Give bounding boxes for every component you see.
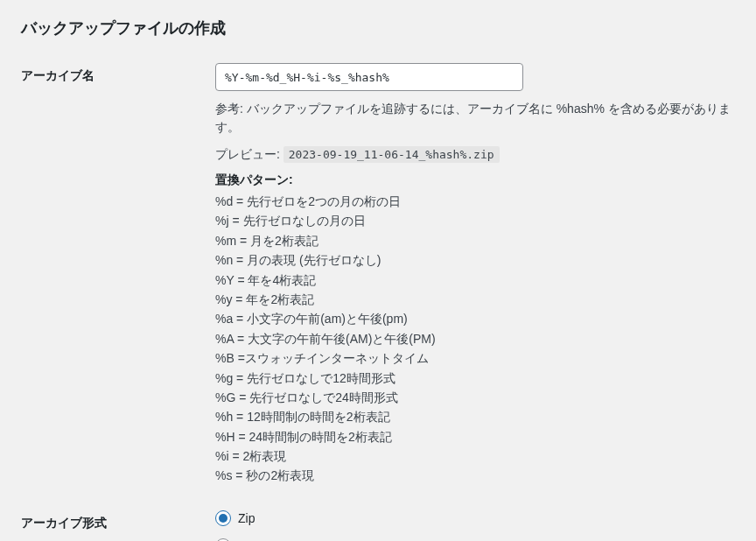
preview-label: プレビュー: bbox=[215, 147, 280, 161]
archive-name-preview: プレビュー: 2023-09-19_11-06-14_%hash%.zip bbox=[215, 145, 735, 164]
pattern-item: %y = 年を2桁表記 bbox=[215, 290, 735, 309]
pattern-item: %H = 24時間制の時間を2桁表記 bbox=[215, 427, 735, 446]
page-title: バックアップファイルの作成 bbox=[21, 18, 735, 39]
archive-format-field: Zip Tar Tar GZip bbox=[215, 510, 735, 541]
format-radio-zip[interactable] bbox=[215, 510, 231, 526]
pattern-item: %j = 先行ゼロなしの月の日 bbox=[215, 211, 735, 230]
pattern-item: %A = 大文字の午前午後(AM)と午後(PM) bbox=[215, 329, 735, 348]
preview-value: 2023-09-19_11-06-14_%hash%.zip bbox=[284, 146, 500, 163]
archive-name-field: 参考: バックアップファイルを追跡するには、アーカイブ名に %hash% を含め… bbox=[215, 63, 735, 486]
pattern-item: %a = 小文字の午前(am)と午後(pm) bbox=[215, 309, 735, 328]
archive-name-label: アーカイブ名 bbox=[21, 63, 215, 84]
pattern-item: %i = 2桁表現 bbox=[215, 446, 735, 466]
pattern-item: %h = 12時間制の時間を2桁表記 bbox=[215, 407, 735, 426]
pattern-item: %n = 月の表現 (先行ゼロなし) bbox=[215, 250, 735, 270]
pattern-item: %B =スウォッチインターネットタイム bbox=[215, 348, 735, 368]
archive-name-row: アーカイブ名 参考: バックアップファイルを追跡するには、アーカイブ名に %ha… bbox=[21, 63, 735, 486]
archive-name-input[interactable] bbox=[215, 63, 523, 91]
archive-format-row: アーカイブ形式 Zip Tar Tar GZip bbox=[21, 510, 735, 541]
pattern-item: %Y = 年を4桁表記 bbox=[215, 270, 735, 290]
format-option-zip[interactable]: Zip bbox=[215, 510, 735, 526]
pattern-item: %g = 先行ゼロなしで12時間形式 bbox=[215, 369, 735, 388]
format-radio-zip-label: Zip bbox=[238, 511, 255, 525]
archive-format-label: アーカイブ形式 bbox=[21, 510, 215, 531]
patterns-list: %d = 先行ゼロを2つの月の桁の日 %j = 先行ゼロなしの月の日 %m = … bbox=[215, 192, 735, 486]
archive-name-help: 参考: バックアップファイルを追跡するには、アーカイブ名に %hash% を含め… bbox=[215, 100, 735, 137]
patterns-title: 置換パターン: bbox=[215, 172, 735, 188]
pattern-item: %G = 先行ゼロなしで24時間形式 bbox=[215, 388, 735, 407]
pattern-item: %s = 秒の2桁表現 bbox=[215, 466, 735, 485]
pattern-item: %m = 月を2桁表記 bbox=[215, 231, 735, 250]
pattern-item: %d = 先行ゼロを2つの月の桁の日 bbox=[215, 192, 735, 211]
